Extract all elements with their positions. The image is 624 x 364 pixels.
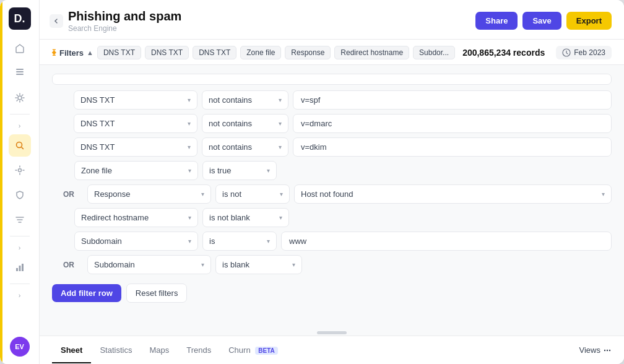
operator-value-3: not contains — [209, 142, 252, 152]
logo[interactable]: D. — [9, 7, 31, 30]
operator-select-8[interactable]: is blank ▾ — [215, 255, 302, 274]
field-value-8: Subdomain — [94, 260, 135, 269]
field-select-8[interactable]: Subdomain ▾ — [87, 255, 211, 274]
operator-value-5: is not — [222, 189, 241, 199]
sidebar-icon-chart[interactable] — [9, 256, 31, 279]
sidebar-collapse-3[interactable]: › — [11, 289, 28, 301]
field-value-5: Response — [94, 189, 131, 199]
filter-row-3: DNS TXT ▾ not contains ▾ v=dkim — [52, 137, 612, 157]
records-count: 200,865,234 records — [462, 48, 545, 58]
filter-icon: ⧱ — [52, 48, 56, 58]
sidebar-icon-home[interactable] — [9, 37, 31, 59]
value-field-7[interactable]: www — [281, 232, 612, 251]
field-select-5[interactable]: Response ▾ — [87, 184, 211, 204]
filter-tag-0[interactable]: DNS TXT — [97, 46, 141, 59]
operator-arrow-3: ▾ — [279, 144, 282, 150]
filter-tag-3[interactable]: Zone file — [240, 46, 281, 59]
operator-value-1: not contains — [209, 95, 252, 105]
svg-point-10 — [604, 349, 605, 350]
operator-arrow-8: ▾ — [292, 261, 295, 268]
filter-row-4: Zone file ▾ is true ▾ — [52, 161, 612, 180]
save-button[interactable]: Save — [522, 12, 561, 30]
sidebar-collapse-1[interactable]: › — [11, 119, 28, 132]
tab-maps[interactable]: Maps — [141, 337, 178, 363]
action-buttons: Add filter row Reset filters — [52, 284, 612, 303]
sidebar-icon-settings[interactable] — [9, 87, 31, 109]
value-field-3[interactable]: v=dkim — [293, 137, 612, 157]
sidebar-icon-search[interactable] — [9, 134, 31, 157]
operator-select-4[interactable]: is true ▾ — [202, 161, 277, 180]
search-bar[interactable] — [52, 74, 612, 85]
tab-trends[interactable]: Trends — [178, 337, 220, 363]
filter-tag-4[interactable]: Response — [285, 46, 331, 59]
field-value-6: Redirect hostname — [81, 213, 149, 222]
svg-point-4 — [16, 142, 22, 148]
filters-chevron: ▲ — [87, 49, 93, 56]
operator-select-5[interactable]: is not ▾ — [215, 184, 290, 204]
sidebar-icon-shield[interactable] — [9, 184, 31, 206]
or-label-8: OR — [52, 261, 74, 269]
field-arrow-8: ▾ — [201, 261, 204, 268]
filter-tag-1[interactable]: DNS TXT — [145, 46, 189, 59]
value-select-5[interactable]: Host not found ▾ — [294, 184, 612, 204]
filter-tag-2[interactable]: DNS TXT — [193, 46, 236, 59]
app-window: D. › › › EV — [0, 0, 624, 364]
sidebar-icon-filter[interactable] — [9, 209, 31, 231]
field-select-2[interactable]: DNS TXT ▾ — [74, 114, 197, 133]
filter-row-6: Redirect hostname ▾ is not blank ▾ — [52, 208, 612, 227]
value-arrow-5: ▾ — [602, 191, 605, 197]
filters-label[interactable]: ⧱ Filters ▲ — [52, 48, 93, 58]
operator-arrow-4: ▾ — [267, 167, 270, 174]
sidebar-divider-2 — [10, 236, 30, 236]
add-filter-button[interactable]: Add filter row — [52, 284, 121, 302]
svg-point-12 — [609, 349, 610, 350]
views-button[interactable]: Views — [579, 345, 612, 355]
field-value-1: DNS TXT — [80, 95, 115, 105]
operator-select-1[interactable]: not contains ▾ — [202, 90, 288, 110]
field-select-3[interactable]: DNS TXT ▾ — [74, 137, 197, 157]
value-field-1[interactable]: v=spf — [293, 90, 612, 110]
tab-sheet[interactable]: Sheet — [52, 337, 91, 363]
filters-text: Filters — [59, 48, 84, 58]
tab-churn[interactable]: Churn BETA — [220, 337, 287, 363]
filter-bar: ⧱ Filters ▲ DNS TXT DNS TXT DNS TXT Zone… — [40, 40, 624, 65]
scrollbar-thumb[interactable] — [317, 331, 347, 334]
value-value-5: Host not found — [301, 189, 353, 199]
svg-rect-0 — [16, 71, 24, 72]
value-field-2[interactable]: v=dmarc — [293, 114, 612, 133]
filter-row-2: DNS TXT ▾ not contains ▾ v=dmarc — [52, 114, 612, 133]
operator-value-8: is blank — [222, 260, 249, 269]
field-arrow-6: ▾ — [188, 214, 191, 221]
sidebar: D. › › › EV — [0, 0, 40, 364]
operator-value-7: is — [209, 236, 215, 246]
sidebar-icon-layers[interactable] — [9, 62, 31, 84]
svg-rect-2 — [16, 69, 24, 70]
sidebar-bottom: EV — [10, 337, 30, 357]
sidebar-collapse-2[interactable]: › — [11, 241, 28, 254]
back-button[interactable] — [50, 14, 63, 28]
export-button[interactable]: Export — [566, 12, 612, 30]
avatar[interactable]: EV — [10, 337, 30, 357]
field-select-4[interactable]: Zone file ▾ — [74, 161, 198, 180]
operator-arrow-7: ▾ — [267, 238, 270, 245]
operator-select-2[interactable]: not contains ▾ — [202, 114, 288, 133]
tab-statistics[interactable]: Statistics — [91, 337, 141, 363]
operator-arrow-2: ▾ — [279, 120, 282, 127]
field-arrow-5: ▾ — [201, 191, 204, 197]
filter-row-5: OR Response ▾ is not ▾ Host not found ▾ — [52, 184, 612, 204]
filter-tag-6[interactable]: Subdor... — [413, 46, 455, 59]
share-button[interactable]: Share — [475, 12, 518, 30]
operator-select-3[interactable]: not contains ▾ — [202, 137, 288, 157]
reset-filters-button[interactable]: Reset filters — [126, 284, 188, 303]
svg-rect-7 — [19, 266, 20, 271]
operator-select-7[interactable]: is ▾ — [202, 232, 277, 251]
header: Phishing and spam Search Engine Share Sa… — [40, 0, 624, 40]
filter-tag-5[interactable]: Redirect hostname — [334, 46, 409, 59]
operator-select-6[interactable]: is not blank ▾ — [202, 208, 289, 227]
main-area: Phishing and spam Search Engine Share Sa… — [40, 0, 624, 364]
field-select-6[interactable]: Redirect hostname ▾ — [74, 208, 198, 227]
sidebar-icon-gear[interactable] — [9, 159, 31, 181]
field-select-7[interactable]: Subdomain ▾ — [74, 232, 198, 251]
date-filter[interactable]: Feb 2023 — [556, 46, 612, 59]
field-select-1[interactable]: DNS TXT ▾ — [74, 90, 197, 110]
